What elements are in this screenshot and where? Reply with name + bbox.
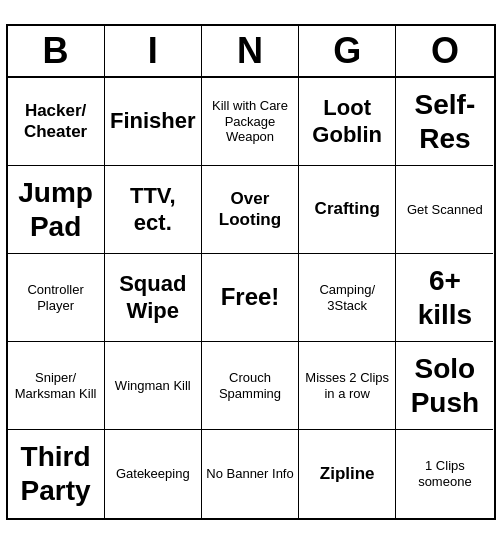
cell-label: Crouch Spamming [206,370,294,401]
bingo-cell: Misses 2 Clips in a row [299,342,396,430]
bingo-grid: Hacker/ CheaterFinisherKill with Care Pa… [8,78,494,518]
bingo-cell: Crouch Spamming [202,342,299,430]
bingo-cell: Loot Goblin [299,78,396,166]
bingo-cell: Get Scanned [396,166,493,254]
bingo-cell: Zipline [299,430,396,518]
cell-label: Misses 2 Clips in a row [303,370,391,401]
cell-label: Controller Player [12,282,100,313]
bingo-cell: 1 Clips someone [396,430,493,518]
bingo-cell: Hacker/ Cheater [8,78,105,166]
cell-label: 1 Clips someone [400,458,489,489]
cell-label: Over Looting [206,189,294,230]
header-letter: G [299,26,396,76]
header-letter: I [105,26,202,76]
bingo-cell: Over Looting [202,166,299,254]
bingo-cell: Wingman Kill [105,342,202,430]
bingo-cell: Squad Wipe [105,254,202,342]
header-letter: O [396,26,493,76]
bingo-cell: Finisher [105,78,202,166]
cell-label: Zipline [320,464,375,484]
cell-label: Third Party [12,440,100,507]
bingo-cell: Sniper/ Marksman Kill [8,342,105,430]
header-letter: N [202,26,299,76]
cell-label: Wingman Kill [115,378,191,394]
cell-label: Get Scanned [407,202,483,218]
cell-label: Squad Wipe [109,271,197,324]
cell-label: TTV, ect. [109,183,197,236]
bingo-card: BINGO Hacker/ CheaterFinisherKill with C… [6,24,496,520]
bingo-cell: No Banner Info [202,430,299,518]
cell-label: Camping/ 3Stack [303,282,391,313]
bingo-cell: Crafting [299,166,396,254]
bingo-cell: Camping/ 3Stack [299,254,396,342]
cell-label: Loot Goblin [303,95,391,148]
bingo-cell: Jump Pad [8,166,105,254]
bingo-cell: Controller Player [8,254,105,342]
cell-label: No Banner Info [206,466,293,482]
bingo-cell: Third Party [8,430,105,518]
bingo-cell: Self-Res [396,78,493,166]
cell-label: Crafting [315,199,380,219]
header-letter: B [8,26,105,76]
bingo-header: BINGO [8,26,494,78]
cell-label: Finisher [110,108,196,134]
cell-label: Sniper/ Marksman Kill [12,370,100,401]
cell-label: Hacker/ Cheater [12,101,100,142]
cell-label: 6+ kills [400,264,489,331]
cell-label: Solo Push [400,352,489,419]
bingo-cell: Free! [202,254,299,342]
bingo-cell: Gatekeeping [105,430,202,518]
cell-label: Gatekeeping [116,466,190,482]
cell-label: Self-Res [400,88,489,155]
bingo-cell: Solo Push [396,342,493,430]
bingo-cell: TTV, ect. [105,166,202,254]
bingo-cell: Kill with Care Package Weapon [202,78,299,166]
bingo-cell: 6+ kills [396,254,493,342]
cell-label: Jump Pad [12,176,100,243]
cell-label: Kill with Care Package Weapon [206,98,294,145]
cell-label: Free! [221,283,280,312]
